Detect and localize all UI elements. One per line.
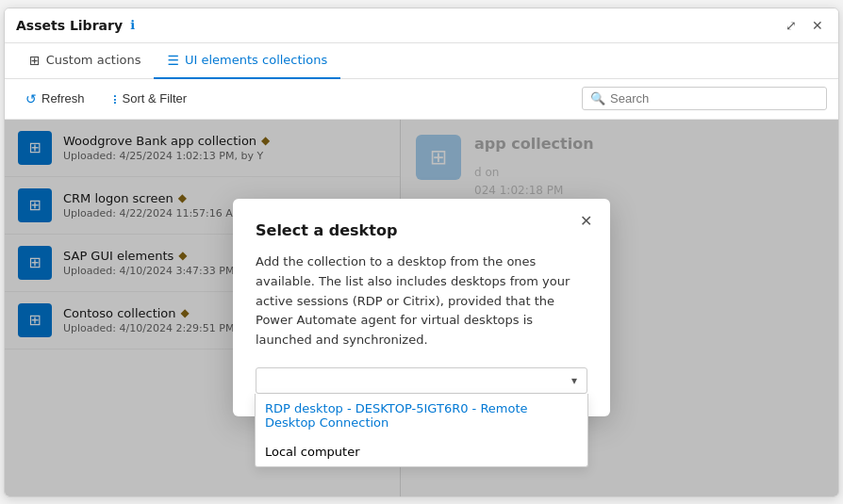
ui-elements-tab-label: UI elements collections <box>185 53 327 67</box>
info-icon[interactable]: ℹ <box>130 18 135 32</box>
dropdown-option-rdp[interactable]: RDP desktop - DESKTOP-5IGT6R0 - Remote D… <box>256 394 587 437</box>
search-icon: 🔍 <box>590 91 605 106</box>
tab-ui-elements[interactable]: ☰ UI elements collections <box>154 43 340 79</box>
chevron-down-icon: ▾ <box>571 374 577 387</box>
custom-actions-tab-label: Custom actions <box>46 53 141 67</box>
modal-description: Add the collection to a desktop from the… <box>256 252 587 350</box>
custom-actions-tab-icon: ⊞ <box>29 53 41 68</box>
select-desktop-modal: Select a desktop ✕ Add the collection to… <box>233 199 610 416</box>
refresh-button[interactable]: ↺ Refresh <box>16 87 94 111</box>
main-window: Assets Library ℹ ⤢ ✕ ⊞ Custom actions ☰ … <box>4 8 839 497</box>
modal-title: Select a desktop <box>256 221 587 239</box>
sort-filter-label: Sort & Filter <box>123 91 188 106</box>
content-area: ⊞ Woodgrove Bank app collection ◆ Upload… <box>5 120 838 496</box>
window-title: Assets Library <box>16 18 123 33</box>
tab-custom-actions[interactable]: ⊞ Custom actions <box>16 43 154 79</box>
modal-close-button[interactable]: ✕ <box>575 212 597 231</box>
modal-backdrop: Select a desktop ✕ Add the collection to… <box>5 120 838 496</box>
toolbar: ↺ Refresh ⫶ Sort & Filter 🔍 <box>5 79 838 120</box>
tab-bar: ⊞ Custom actions ☰ UI elements collectio… <box>5 43 838 79</box>
desktop-dropdown-container: ▾ RDP desktop - DESKTOP-5IGT6R0 - Remote… <box>256 367 587 394</box>
refresh-icon: ↺ <box>25 91 37 106</box>
search-input[interactable] <box>610 91 818 106</box>
sort-filter-button[interactable]: ⫶ Sort & Filter <box>102 87 197 111</box>
search-box[interactable]: 🔍 <box>582 87 827 110</box>
dropdown-options-list: RDP desktop - DESKTOP-5IGT6R0 - Remote D… <box>255 394 588 467</box>
window-controls: ⤢ ✕ <box>782 16 827 35</box>
dropdown-option-local[interactable]: Local computer <box>256 437 587 466</box>
title-bar: Assets Library ℹ ⤢ ✕ <box>5 8 838 43</box>
resize-button[interactable]: ⤢ <box>782 16 801 35</box>
close-button[interactable]: ✕ <box>808 16 827 35</box>
refresh-label: Refresh <box>41 91 85 106</box>
sort-filter-icon: ⫶ <box>111 91 118 106</box>
desktop-dropdown[interactable]: ▾ <box>256 367 587 394</box>
ui-elements-tab-icon: ☰ <box>167 53 179 68</box>
